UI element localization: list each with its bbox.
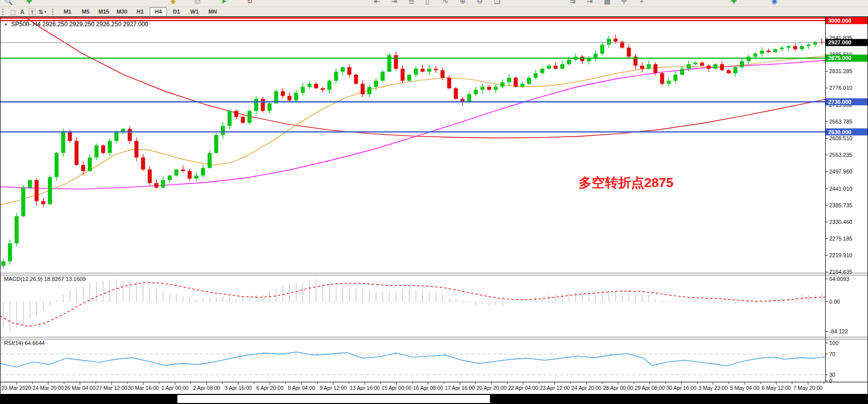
time-axis-label[interactable]: 30 Apr 16:00 [666,385,697,391]
time-axis-label[interactable]: 5 May 04:00 [730,385,760,391]
candle-bull [673,75,677,81]
candle-bear [360,84,364,94]
time-axis-label[interactable]: 20 Apr 20:00 [476,385,507,391]
zoom-in-icon[interactable]: ⊕ [460,0,466,6]
forward-icon[interactable]: ➤ [221,0,227,6]
auto-scroll-icon[interactable]: ⇉ [570,0,576,6]
timeframe-button-m15[interactable]: M15 [95,7,112,17]
rsi-axis-label: 0 [829,378,832,384]
time-axis-label[interactable]: 23 Apr 12:00 [540,385,570,391]
macd-axis-label: -84.122 [829,328,848,334]
indicators-add-icon[interactable]: ✚ [731,0,737,6]
bar-chart-icon[interactable]: ☰ [408,0,415,6]
cursor-tool-icon[interactable]: ✛ [621,0,627,6]
print-icon[interactable]: ⎙ [195,0,200,6]
time-axis-label[interactable]: 15 Apr 00:00 [382,385,412,391]
scroll-start-icon[interactable]: ⇤ [374,0,380,6]
time-axis-label[interactable]: 13 Apr 16:00 [350,385,380,391]
timeframe-button-d1[interactable]: D1 [168,7,185,17]
timeframe-button-m5[interactable]: M5 [77,7,94,17]
candle-bull [600,44,604,53]
chart-dropdown-icon[interactable]: ▼ [4,23,8,26]
timeframe-button-m1[interactable]: M1 [59,7,76,17]
candle-bull [680,69,684,75]
time-axis-label[interactable]: 28 Apr 00:00 [603,385,633,391]
candle-bear [653,64,657,73]
time-axis-label[interactable]: 27 Mar 12:00 [96,385,127,391]
time-axis-label[interactable]: 26 Mar 04:00 [65,385,96,391]
candle-chart-icon[interactable]: ▯ [425,0,429,6]
time-axis-label[interactable]: 1 Apr 00:00 [161,385,189,391]
chart-area[interactable]: 2941.8352886.5602831.2852776.0102719.060… [0,17,868,404]
timeframe-drag-handle[interactable] [52,9,55,15]
y-axis-label: 2497.960 [829,168,852,175]
annotation-text[interactable]: 多空转折点2875 [579,175,673,190]
grid-icon[interactable]: ▦ [604,0,610,6]
chart-shift-icon[interactable]: ⇥ [587,0,593,6]
tile-windows-icon[interactable]: ❏ [494,0,501,6]
time-axis-label[interactable]: 2 Apr 08:00 [193,385,220,391]
candle-bull [713,64,717,69]
candle-bear [135,141,139,157]
candle-bull [780,47,784,49]
candle-bear [487,87,491,90]
candle-bull [374,81,378,87]
candle-bull [168,176,172,180]
time-axis-label[interactable]: 9 Apr 12:00 [320,385,347,391]
line-chart-icon[interactable]: ∿ [443,0,449,6]
candle-bull [786,46,790,47]
time-axis-label[interactable]: 6 Apr 20:00 [257,385,284,391]
y-axis-label: 2275.185 [829,236,852,242]
time-axis-label[interactable]: 8 Apr 04:00 [288,385,315,391]
candle-bull [254,99,258,111]
time-axis-label[interactable]: 29 Apr 08:00 [635,385,665,391]
time-axis-label[interactable]: 6 May 12:00 [762,385,791,391]
time-axis-label[interactable]: 23 Mar 2020 [2,385,31,391]
candle-bull [214,135,218,153]
candle-bull [174,169,178,176]
time-axis-label[interactable]: 22 Apr 04:00 [508,385,538,391]
help-icon[interactable]: ◉ [771,0,777,6]
rsi-axis-label: 30 [829,372,835,378]
new-chart-icon[interactable]: ✚ [26,0,32,6]
y-axis-label: 2385.735 [829,202,852,208]
y-axis-label: 2219.910 [829,252,852,258]
timeframe-button-h4[interactable]: H4 [150,7,167,17]
refresh-icon[interactable]: ↻ [247,0,253,6]
text-label-tool[interactable]: A [18,8,27,16]
time-axis-label[interactable]: 24 Mar 20:00 [33,385,64,391]
time-axis-label[interactable]: 17 Apr 16:00 [445,385,475,391]
favorites-icon[interactable]: ◆ [170,0,176,6]
candle-bear [321,88,325,90]
price-badge-label: 2927.000 [828,39,851,45]
zoom-out-icon[interactable]: ⊖ [477,0,483,6]
time-axis-label[interactable]: 16 Apr 08:00 [413,385,444,391]
toolbar-drag-handle[interactable] [2,9,6,15]
scroll-end-icon[interactable]: ⇥ [391,0,397,6]
timeframe-button-mn[interactable]: MN [204,7,221,17]
price-badge-label: 2730.000 [828,99,851,105]
arrow-objects-tool-dropdown-icon[interactable]: ▾ [44,10,46,14]
candle-bull [221,126,225,135]
time-axis-label[interactable]: 3 Apr 16:00 [225,385,252,391]
candle-bull [607,39,611,45]
time-axis-label[interactable]: 30 Mar 16:00 [128,385,159,391]
macd-signal-line [0,282,825,326]
candle-bull [108,141,112,153]
y-axis-label: 2608.510 [829,135,852,141]
zoom-icon[interactable]: 🔍 [4,0,13,6]
timeframe-button-w1[interactable]: W1 [186,7,203,17]
candle-bear [35,180,39,201]
timeframe-button-m30[interactable]: M30 [113,7,131,17]
time-axis-label[interactable]: 3 May 23:00 [699,385,728,391]
time-axis-label[interactable]: 24 Apr 20:00 [572,385,602,391]
price-badge-label: 3000.000 [828,18,851,24]
time-axis-label[interactable]: 7 May 20:00 [793,385,823,391]
crosshair-icon[interactable]: ＋ [638,0,645,6]
timeframe-button-h1[interactable]: H1 [132,7,149,17]
arrow-objects-tool[interactable]: ⇅▾ [38,8,47,16]
cursor-tool[interactable]: ⬚ [9,8,18,16]
candle-bull [227,111,231,126]
text-box-tool[interactable]: T [29,9,36,15]
candle-bull [501,82,505,87]
